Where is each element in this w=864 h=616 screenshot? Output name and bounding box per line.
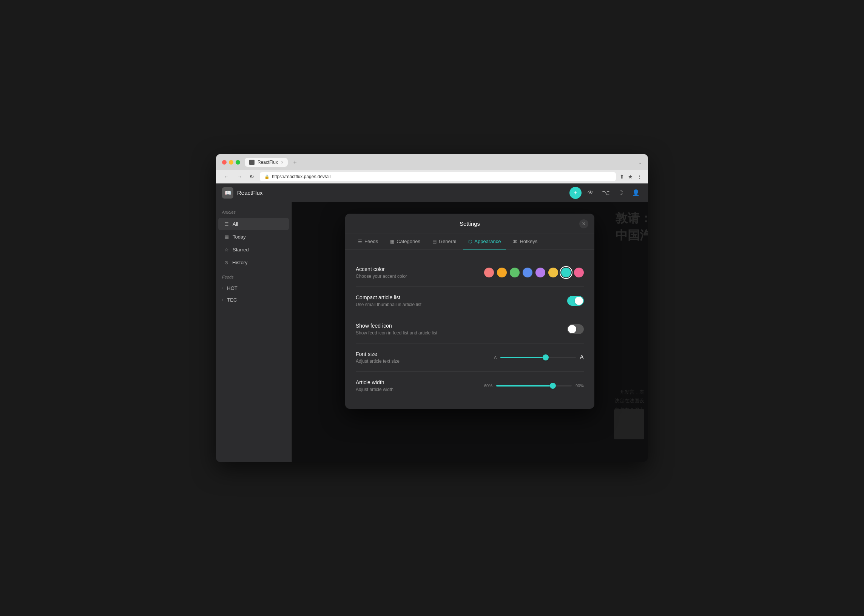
compact-list-description: Use small thumbnail in article list [356,302,567,307]
github-button[interactable]: ⌥ [600,187,612,199]
font-size-row: Font size Adjust article text size A [356,344,584,372]
tab-title: ReactFlux [258,160,278,165]
feeds-section-label: Feeds [216,273,291,282]
appearance-tab-icon: ⬡ [468,239,472,244]
feeds-tab-icon: ☰ [358,239,362,244]
font-size-slider-thumb[interactable] [543,354,549,360]
hotkeys-tab-icon: ⌘ [513,239,517,244]
sidebar-item-tec[interactable]: › TEC [216,294,291,306]
swatch-teal[interactable] [561,268,571,277]
address-bar[interactable]: 🔒 https://reactflux.pages.dev/all [260,172,616,181]
article-width-description: Adjust article width [356,387,484,392]
compact-list-toggle[interactable] [567,296,584,306]
all-icon: ☰ [224,221,229,227]
show-feed-icon-labels: Show feed icon Show feed icon in feed li… [356,323,567,336]
hot-chevron-icon: › [222,286,223,290]
article-width-row: Article width Adjust article width 60% [356,372,584,400]
security-icon: 🔒 [264,174,270,179]
article-width-slider-thumb[interactable] [550,383,556,389]
categories-tab-icon: ▦ [390,239,394,244]
tab-general[interactable]: ▤ General [427,234,461,250]
tab-bar: ReactFlux × + [245,158,634,167]
back-button[interactable]: ← [222,173,231,181]
url-text: https://reactflux.pages.dev/all [272,174,330,179]
theme-button[interactable]: ☽ [615,187,627,199]
browser-tab[interactable]: ReactFlux × [245,158,288,167]
main-content-area: 敦请： 中国汽 开发言，表 决定在法国设 每尔在会议上 开放态度， 创来。" [291,202,648,462]
close-traffic-light[interactable] [222,160,227,165]
modal-title: Settings [460,220,480,227]
compact-list-toggle-knob [575,297,583,305]
article-width-slider[interactable] [496,385,572,387]
sidebar-label-hot: HOT [227,285,237,291]
show-feed-icon-toggle[interactable] [567,324,584,334]
compact-list-label: Compact article list [356,294,567,300]
bookmark-icon[interactable]: ★ [628,174,633,180]
moon-icon: ☽ [618,189,623,196]
swatch-green[interactable] [510,268,519,277]
add-button[interactable]: + [570,187,582,199]
font-size-labels: Font size Adjust article text size [356,351,494,364]
font-size-max-label: A [580,354,584,361]
traffic-lights [222,160,240,165]
app-logo: 📖 ReactFlux [222,187,263,198]
sidebar-label-starred: Starred [233,247,249,253]
compact-list-labels: Compact article list Use small thumbnail… [356,294,567,307]
accent-color-description: Choose your accent color [356,273,484,279]
tab-categories[interactable]: ▦ Categories [385,234,426,250]
menu-icon[interactable]: ⋮ [637,174,642,180]
today-icon: ▦ [224,234,229,240]
settings-modal: Settings × ☰ Feeds ▦ Categories [345,214,594,409]
swatch-blue[interactable] [522,268,532,277]
plus-icon: + [574,190,577,196]
tab-hotkeys[interactable]: ⌘ Hotkeys [508,234,543,250]
swatch-pink[interactable] [574,268,584,277]
sidebar-label-all: All [233,221,238,227]
app-content: 📖 ReactFlux + 👁 ⌥ ☽ 👤 [216,184,648,462]
swatch-orange[interactable] [497,268,507,277]
maximize-traffic-light[interactable] [236,160,240,165]
font-size-slider-fill [500,357,546,358]
show-feed-icon-label: Show feed icon [356,323,567,329]
tab-feeds[interactable]: ☰ Feeds [353,234,383,250]
show-feed-icon-description: Show feed icon in feed list and article … [356,330,567,336]
swatch-yellow[interactable] [548,268,558,277]
tab-close-button[interactable]: × [281,160,283,165]
swatch-red[interactable] [484,268,494,277]
sidebar-label-today: Today [233,234,246,240]
sidebar-label-history: History [232,260,247,266]
sidebar-item-today[interactable]: ▦ Today [218,231,289,243]
font-size-slider[interactable] [500,357,576,358]
app-title: ReactFlux [237,190,263,196]
tab-appearance[interactable]: ⬡ Appearance [463,234,506,250]
browser-titlebar: ReactFlux × + ⌄ [216,154,648,170]
accent-color-labels: Accent color Choose your accent color [356,266,484,279]
sidebar-item-starred[interactable]: ☆ Starred [218,244,289,256]
hotkeys-tab-label: Hotkeys [519,239,537,244]
logo-icon: 📖 [222,187,233,198]
minimize-traffic-light[interactable] [229,160,233,165]
sidebar-item-hot[interactable]: › HOT [216,282,291,294]
modal-header: Settings × [345,214,594,234]
swatch-purple[interactable] [535,268,545,277]
sidebar: Articles ☰ All ▦ Today ☆ Starred ⊙ Histo… [216,202,291,462]
modal-close-button[interactable]: × [579,219,589,228]
accent-color-row: Accent color Choose your accent color [356,259,584,287]
user-button[interactable]: 👤 [630,187,642,199]
tab-favicon [249,160,255,165]
article-width-slider-container: 60% 90% [484,383,584,388]
app-header-actions: + 👁 ⌥ ☽ 👤 [570,187,642,199]
modal-tabs: ☰ Feeds ▦ Categories ▤ General [345,234,594,250]
eye-icon: 👁 [588,190,593,196]
new-tab-button[interactable]: + [291,158,299,167]
sidebar-item-history[interactable]: ⊙ History [218,256,289,269]
eye-button[interactable]: 👁 [585,187,596,199]
user-icon: 👤 [632,189,640,196]
font-size-min-label: A [494,355,497,360]
sidebar-item-all[interactable]: ☰ All [218,218,289,230]
article-width-slider-fill [496,385,553,387]
screenshot-icon[interactable]: ⬆ [620,174,624,180]
refresh-button[interactable]: ↻ [248,173,256,181]
forward-button[interactable]: → [235,173,244,181]
feeds-tab-label: Feeds [364,239,378,244]
